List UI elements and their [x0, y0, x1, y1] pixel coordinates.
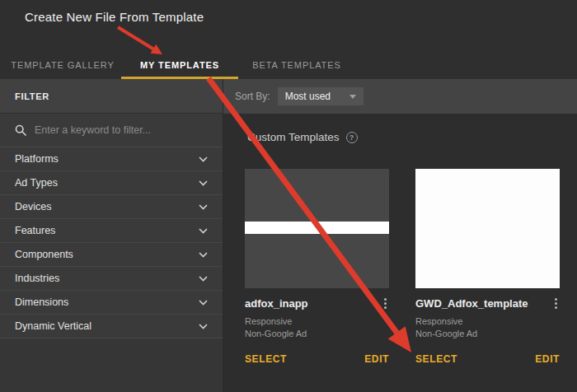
chevron-down-icon	[199, 276, 208, 282]
sort-toolbar: Sort By: Most used	[223, 79, 577, 114]
search-row	[0, 114, 223, 147]
tab-my-templates[interactable]: MY TEMPLATES	[121, 51, 238, 79]
template-card-gwd-adfox-template: GWD_Adfox_template Responsive Non-Google…	[415, 169, 560, 365]
filter-sidebar: FILTER Platforms Ad Types Devices Featur…	[0, 79, 223, 392]
sidebar-section-industries[interactable]: Industries	[0, 267, 223, 291]
sidebar-section-dimensions[interactable]: Dimensions	[0, 291, 223, 315]
chevron-down-icon	[199, 204, 208, 210]
custom-templates-title: Custom Templates	[247, 131, 340, 143]
sidebar-section-platforms[interactable]: Platforms	[0, 147, 223, 171]
search-icon	[15, 124, 26, 136]
tab-bar: TEMPLATE GALLERY MY TEMPLATES BETA TEMPL…	[0, 51, 577, 79]
tab-template-gallery[interactable]: TEMPLATE GALLERY	[4, 51, 121, 79]
sort-by-label: Sort By:	[235, 91, 270, 102]
templates-panel: Sort By: Most used Custom Templates ? ad…	[223, 79, 577, 392]
custom-templates-heading: Custom Templates ?	[247, 131, 358, 143]
dropdown-arrow-icon	[349, 95, 356, 99]
kebab-menu-icon[interactable]	[552, 296, 560, 310]
template-meta: Responsive Non-Google Ad	[415, 315, 560, 340]
sidebar-section-label: Components	[15, 249, 73, 260]
kebab-menu-icon[interactable]	[382, 296, 389, 310]
search-input[interactable]	[35, 124, 208, 136]
sidebar-section-label: Platforms	[15, 153, 59, 165]
template-thumbnail[interactable]	[245, 169, 389, 288]
template-name: GWD_Adfox_template	[415, 297, 528, 310]
sidebar-section-dynamic-vertical[interactable]: Dynamic Vertical	[0, 315, 223, 338]
sidebar-section-devices[interactable]: Devices	[0, 195, 223, 219]
sidebar-section-label: Dynamic Vertical	[15, 320, 91, 332]
sidebar-section-label: Devices	[15, 201, 51, 212]
thumbnail-stripe	[245, 222, 389, 234]
sidebar-section-label: Dimensions	[15, 296, 68, 308]
sort-dropdown[interactable]: Most used	[278, 87, 364, 105]
chevron-down-icon	[199, 252, 208, 258]
template-meta: Responsive Non-Google Ad	[245, 315, 389, 340]
filter-header: FILTER	[0, 79, 223, 114]
template-card-adfox-inapp: adfox_inapp Responsive Non-Google Ad SEL…	[245, 169, 389, 365]
edit-button[interactable]: EDIT	[535, 353, 560, 365]
chevron-down-icon	[199, 324, 208, 329]
template-cards-row: adfox_inapp Responsive Non-Google Ad SEL…	[245, 169, 560, 365]
select-button[interactable]: SELECT	[245, 353, 287, 365]
tab-beta-templates[interactable]: BETA TEMPLATES	[238, 51, 355, 79]
sidebar-footer	[0, 338, 223, 392]
chevron-down-icon	[199, 228, 208, 234]
chevron-down-icon	[199, 156, 208, 162]
sidebar-section-components[interactable]: Components	[0, 243, 223, 267]
select-button[interactable]: SELECT	[415, 353, 457, 365]
template-meta-ad-type: Non-Google Ad	[415, 328, 560, 340]
sidebar-section-features[interactable]: Features	[0, 219, 223, 243]
tab-my-templates-label: MY TEMPLATES	[140, 60, 219, 70]
template-name: adfox_inapp	[245, 297, 308, 310]
sidebar-section-label: Industries	[15, 273, 59, 284]
page-title: Create New File From Template	[25, 10, 204, 24]
chevron-down-icon	[199, 180, 208, 186]
sidebar-section-label: Features	[15, 225, 55, 236]
template-thumbnail[interactable]	[415, 169, 560, 288]
templates-content: Custom Templates ? adfox_inapp Responsiv…	[223, 114, 577, 392]
template-meta-responsive: Responsive	[415, 315, 560, 328]
help-icon[interactable]: ?	[346, 132, 358, 143]
main-area: FILTER Platforms Ad Types Devices Featur…	[0, 79, 577, 392]
edit-button[interactable]: EDIT	[364, 353, 389, 365]
template-meta-ad-type: Non-Google Ad	[245, 328, 389, 340]
template-meta-responsive: Responsive	[245, 315, 389, 328]
sort-dropdown-value: Most used	[285, 91, 331, 102]
chevron-down-icon	[199, 300, 208, 306]
sidebar-section-label: Ad Types	[15, 177, 58, 189]
sidebar-section-ad-types[interactable]: Ad Types	[0, 171, 223, 195]
